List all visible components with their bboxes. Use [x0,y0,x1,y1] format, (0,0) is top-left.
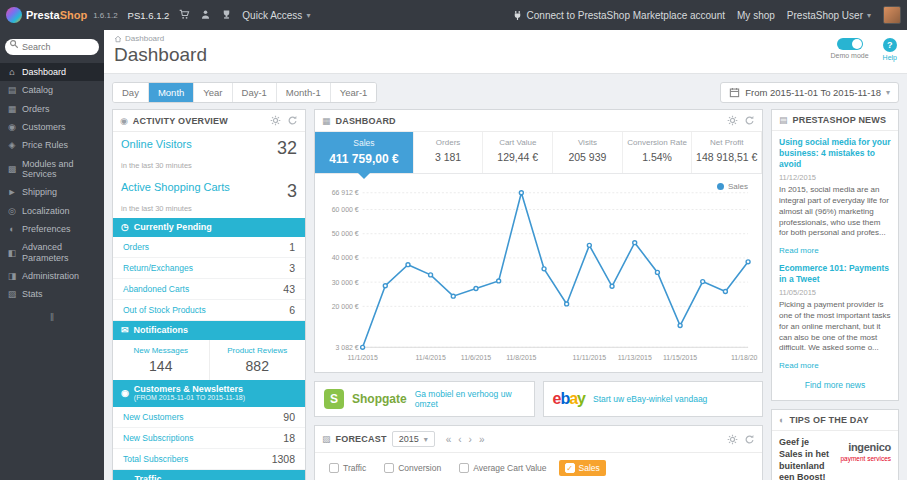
nav-next-button[interactable]: › [469,434,472,445]
gear-icon[interactable] [727,115,738,126]
sidebar-item-dashboard[interactable]: ⌂ Dashboard [0,63,104,81]
pending-row-returns: Return/Exchanges 3 [113,258,305,279]
online-visitors-link[interactable]: Online Visitors [121,138,192,150]
nav-prev-button[interactable]: ‹ [458,434,461,445]
quick-access-menu[interactable]: Quick Access ▾ [242,10,310,21]
refresh-icon[interactable] [744,115,755,126]
nav-last-button[interactable]: » [479,434,485,445]
active-carts-link[interactable]: Active Shopping Carts [121,181,230,193]
ebay-promo: ebay Start uw eBay-winkel vandaag [543,381,764,417]
pending-returns-link[interactable]: Return/Exchanges [123,263,193,273]
read-more-link[interactable]: Read more [779,246,819,255]
gear-icon[interactable] [270,115,281,126]
sidebar-item-label: Catalog [22,85,53,95]
clock-icon: ◷ [121,222,129,233]
logo-text: PrestaShop [26,9,87,21]
dashboard-icon: ⌂ [7,67,17,77]
abandoned-carts-value: 43 [283,283,295,295]
preset-month-button[interactable]: Month [149,83,194,102]
user-menu[interactable]: PrestaShop User ▾ [787,10,871,21]
sidebar-item-localization[interactable]: ◎ Localization [0,202,104,220]
trophy-icon[interactable] [221,9,232,21]
customers-newsletters-header: ◉ Customers & Newsletters (FROM 2015-11-… [113,380,305,407]
ebay-link[interactable]: Start uw eBay-winkel vandaag [593,394,707,404]
out-of-stock-link[interactable]: Out of Stock Products [123,305,206,315]
kpi-sales[interactable]: Sales 411 759,00 € [315,132,414,173]
news-article-date: 11/05/2015 [779,288,891,297]
kpi-conversion-rate[interactable]: Conversion Rate 1.54% [623,132,693,173]
forecast-year-select[interactable]: 2015 ▾ [392,431,435,447]
read-more-link[interactable]: Read more [779,361,819,370]
sidebar-item-stats[interactable]: ▨ Stats [0,285,104,303]
svg-text:30 000 €: 30 000 € [332,279,359,286]
refresh-icon[interactable] [287,115,298,126]
sidebar-item-modules[interactable]: ▩ Modules and Services [0,155,104,184]
find-more-news-link[interactable]: Find more news [779,378,891,394]
tips-of-the-day-panel: ◐ TIPS OF THE DAY Geef je Sales in het b… [771,409,899,480]
preset-day-1-button[interactable]: Day-1 [233,83,277,102]
chip-conversion[interactable]: Conversion [378,460,447,476]
gear-icon[interactable] [727,434,738,445]
sidebar-item-label: Shipping [22,187,57,197]
forecast-filter-chips: Traffic Conversion Average Cart Value ✓ … [315,453,762,480]
date-range-picker[interactable]: From 2015-11-01 To 2015-11-18 ▾ [720,82,899,103]
product-reviews-link[interactable]: Product Reviews [212,346,304,355]
preset-day-button[interactable]: Day [113,83,149,102]
notifications-header: ✉ Notifications [113,321,305,340]
sidebar-collapse-button[interactable]: ‖ [0,304,104,331]
chart-legend: Sales [717,182,748,191]
sidebar-item-price-rules[interactable]: ◈ Price Rules [0,136,104,154]
help-icon[interactable]: ? [883,38,897,52]
employee-icon[interactable] [200,9,211,21]
new-messages-link[interactable]: New Messages [115,346,207,355]
activity-panel-title: ACTIVITY OVERVIEW [133,116,228,126]
prestashop-logo[interactable]: PrestaShop 1.6.1.2 [6,7,118,23]
nav-first-button[interactable]: « [446,434,452,445]
marketplace-connect-link[interactable]: Connect to PrestaShop Marketplace accoun… [512,10,725,21]
new-subscriptions-link[interactable]: New Subscriptions [123,433,193,443]
kpi-visits[interactable]: Visits 205 939 [553,132,623,173]
sidebar-item-shipping[interactable]: ► Shipping [0,183,104,201]
sidebar-item-administration[interactable]: ◨ Administration [0,267,104,285]
tips-panel-title: TIPS OF THE DAY [789,415,868,425]
chip-average-cart-value[interactable]: Average Cart Value [453,460,552,476]
tips-heading: Geef je Sales in het buitenland een Boos… [779,437,831,480]
demo-mode-toggle[interactable] [837,38,863,50]
new-subscriptions-value: 18 [283,432,295,444]
ingenico-subtitle: payment services [840,455,891,462]
active-carts-subtitle: in the last 30 minutes [113,204,305,218]
preset-year-1-button[interactable]: Year-1 [331,83,377,102]
sidebar-item-orders[interactable]: ▦ Orders [0,100,104,118]
news-article-title[interactable]: Using social media for your business: 4 … [779,137,891,170]
user-avatar[interactable] [883,6,901,24]
news-article-date: 11/12/2015 [779,173,891,182]
chip-traffic[interactable]: Traffic [323,460,372,476]
svg-text:3 082 €: 3 082 € [336,344,359,351]
refresh-icon[interactable] [744,434,755,445]
pending-orders-link[interactable]: Orders [123,242,149,252]
cart-icon[interactable] [179,9,190,21]
price-rules-icon: ◈ [7,140,17,150]
sidebar-item-preferences[interactable]: ◐ Preferences [0,220,104,238]
abandoned-carts-link[interactable]: Abandoned Carts [123,284,189,294]
shopgate-link[interactable]: Ga mobiel en verhoog uw omzet [415,389,525,409]
news-article-title[interactable]: Ecommerce 101: Payments in a Tweet [779,263,891,285]
total-subscribers-link[interactable]: Total Subscribers [123,454,188,464]
chip-sales[interactable]: ✓ Sales [559,460,606,476]
search-input[interactable] [5,39,99,55]
my-shop-link[interactable]: My shop [737,10,775,21]
preset-month-1-button[interactable]: Month-1 [277,83,331,102]
new-customers-link[interactable]: New Customers [123,412,183,422]
kpi-cart-value[interactable]: Cart Value 129,44 € [483,132,553,173]
people-icon: ◉ [121,388,129,399]
kpi-net-profit[interactable]: Net Profit 148 918,51 € [692,132,762,173]
kpi-label: Cart Value [485,138,550,147]
kpi-orders[interactable]: Orders 3 181 [414,132,484,173]
preset-year-button[interactable]: Year [194,83,232,102]
localization-icon: ◎ [7,206,17,216]
sidebar-item-advanced-parameters[interactable]: ◧ Advanced Parameters [0,238,104,267]
sidebar-item-customers[interactable]: ◉ Customers [0,118,104,136]
pending-row-out-of-stock: Out of Stock Products 6 [113,300,305,321]
sidebar-item-catalog[interactable]: ▤ Catalog [0,81,104,99]
top-bar: PrestaShop 1.6.1.2 PS1.6.1.2 Quick Acces… [0,0,907,30]
